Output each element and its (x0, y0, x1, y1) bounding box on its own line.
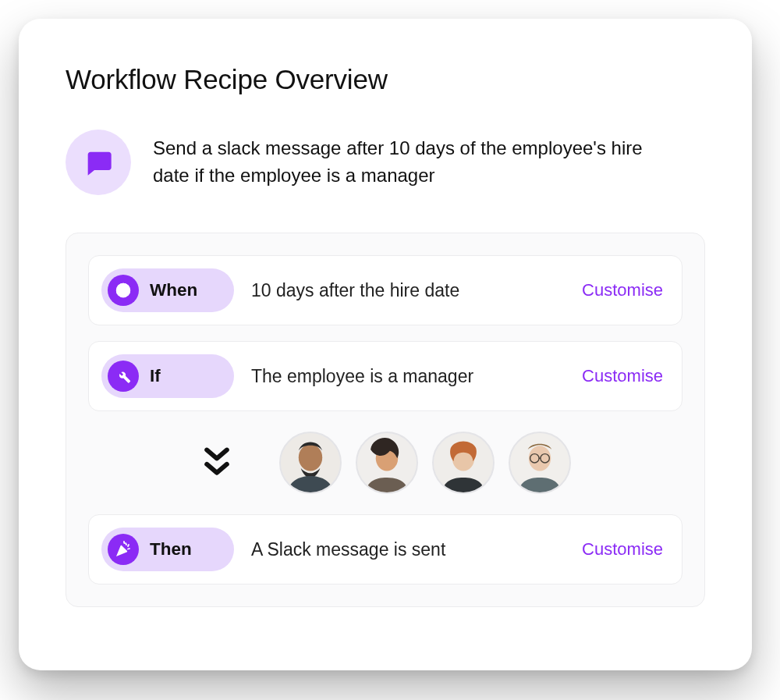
when-description: 10 days after the hire date (251, 280, 565, 301)
if-pill-label: If (150, 366, 161, 386)
when-pill: When (101, 268, 234, 312)
workflow-summary-text: Send a slack message after 10 days of th… (153, 135, 652, 190)
then-pill: Then (101, 528, 234, 571)
when-pill-label: When (150, 280, 197, 300)
workflow-card: Workflow Recipe Overview Send a slack me… (19, 19, 752, 670)
rule-if: If The employee is a manager Customise (88, 341, 682, 411)
avatar (279, 432, 342, 494)
clock-icon (108, 275, 139, 306)
then-pill-label: Then (150, 539, 192, 560)
party-icon (108, 534, 139, 565)
then-customise-button[interactable]: Customise (582, 539, 663, 560)
avatar (356, 432, 418, 494)
then-description: A Slack message is sent (251, 539, 565, 560)
rules-panel: When 10 days after the hire date Customi… (66, 233, 705, 607)
if-pill: If (101, 354, 234, 398)
flow-middle (88, 432, 682, 494)
rule-then: Then A Slack message is sent Customise (88, 514, 682, 585)
avatar (509, 432, 571, 494)
if-customise-button[interactable]: Customise (582, 366, 663, 386)
avatar-group (279, 432, 571, 494)
chat-icon (66, 130, 131, 195)
rule-when: When 10 days after the hire date Customi… (88, 255, 682, 325)
workflow-summary: Send a slack message after 10 days of th… (66, 130, 705, 195)
when-customise-button[interactable]: Customise (582, 280, 663, 300)
chevron-down-double-icon (200, 444, 234, 481)
svg-point-3 (299, 444, 322, 471)
wrench-icon (108, 361, 139, 392)
if-description: The employee is a manager (251, 366, 565, 387)
page-title: Workflow Recipe Overview (66, 64, 705, 95)
avatar (432, 432, 495, 494)
